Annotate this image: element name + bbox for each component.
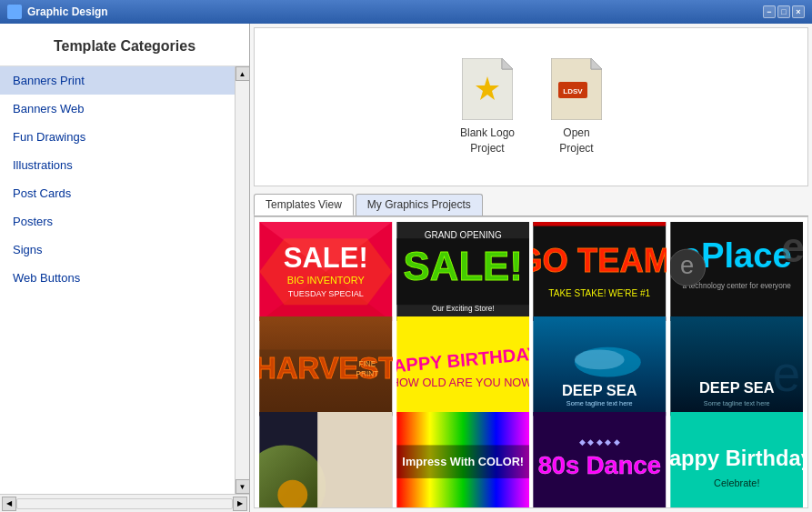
open-project-icon: LDSV: [551, 58, 602, 120]
svg-text:BIG INVENTORY: BIG INVENTORY: [287, 275, 366, 286]
thumbnail-go-team[interactable]: GO TEAM! TAKE STAKE! WE'RE #1: [532, 221, 667, 322]
svg-text:TUESDAY SPECIAL: TUESDAY SPECIAL: [288, 289, 364, 298]
sidebar-title: Template Categories: [0, 24, 249, 66]
right-panel: Blank Logo Project LDSV Open: [250, 24, 812, 512]
thumbnail-impress-color[interactable]: Impress With COLOR!: [396, 411, 531, 507]
svg-text:Some tagline text here: Some tagline text here: [566, 400, 633, 408]
svg-marker-1: [502, 58, 513, 69]
svg-text:e: e: [679, 251, 693, 279]
sidebar-item-posters[interactable]: Posters: [0, 207, 235, 236]
thumbnail-deep-sea1[interactable]: DEEP SEA Some tagline text here: [532, 316, 667, 417]
sidebar: Template Categories ▲ ▼ Banners PrintBan…: [0, 24, 250, 512]
sidebar-bottom-scroll[interactable]: ◀ ▶: [0, 494, 249, 512]
blank-logo-icon: [462, 58, 513, 120]
thumbnail-sale-green[interactable]: SALE! GRAND OPENING Our Exciting Store!: [396, 221, 531, 322]
svg-text:e: e: [781, 225, 803, 271]
svg-rect-22: [533, 222, 666, 226]
scroll-track: [16, 498, 233, 509]
open-project-label: Open Project: [559, 125, 593, 156]
blank-logo-label: Blank Logo Project: [460, 125, 515, 156]
sidebar-scrollbar[interactable]: ▲ ▼: [235, 66, 249, 494]
svg-point-40: [575, 350, 625, 370]
svg-text:Impress With COLOR!: Impress With COLOR!: [402, 455, 524, 468]
svg-text:Celebrate!: Celebrate!: [714, 477, 759, 488]
svg-text:TAKE STAKE! WE'RE #1: TAKE STAKE! WE'RE #1: [548, 288, 650, 298]
scroll-left-arrow[interactable]: ◀: [2, 497, 16, 511]
thumbnail-planet[interactable]: [258, 411, 394, 507]
project-area: Blank Logo Project LDSV Open: [254, 27, 808, 186]
svg-text:e: e: [772, 346, 799, 402]
tabs-area: Templates View My Graphics Projects: [250, 190, 812, 216]
close-button[interactable]: ×: [792, 5, 805, 18]
thumbnail-deep-sea2[interactable]: e DEEP SEA Some tagline text here: [669, 316, 805, 417]
svg-text:GRAND OPENING: GRAND OPENING: [424, 230, 501, 240]
svg-text:SALE!: SALE!: [284, 242, 368, 274]
svg-text:◆ ◆ ◆ ◆ ◆: ◆ ◆ ◆ ◆ ◆: [579, 437, 620, 447]
graphics-grid: SALE! BIG INVENTORY TUESDAY SPECIAL SALE…: [255, 217, 807, 507]
open-project[interactable]: LDSV Open Project: [551, 58, 602, 156]
thumbnail-dance[interactable]: 80s Dance ◆ ◆ ◆ ◆ ◆: [532, 411, 667, 507]
svg-text:PRINT: PRINT: [356, 370, 379, 378]
title-bar-left: Graphic Design: [7, 5, 108, 19]
scroll-down-arrow[interactable]: ▼: [236, 479, 250, 494]
sidebar-item-banners-print[interactable]: Banners Print: [0, 66, 235, 95]
scroll-right-arrow[interactable]: ▶: [233, 497, 247, 511]
svg-text:80s Dance: 80s Dance: [538, 451, 661, 479]
thumbnail-harvest[interactable]: HARVEST FINE PRINT: [258, 316, 394, 417]
svg-rect-49: [317, 412, 392, 507]
thumbnail-happy-birthday2[interactable]: Happy Birthday! Celebrate!: [669, 411, 805, 507]
sidebar-list: ▲ ▼ Banners PrintBanners WebFun Drawings…: [0, 66, 249, 494]
scroll-up-arrow[interactable]: ▲: [236, 66, 250, 81]
title-bar: Graphic Design − □ ×: [0, 0, 812, 24]
main-layout: Template Categories ▲ ▼ Banners PrintBan…: [0, 24, 812, 512]
svg-text:LDSV: LDSV: [563, 87, 583, 95]
svg-text:SALE!: SALE!: [403, 244, 522, 288]
svg-text:Our Exciting Store!: Our Exciting Store!: [431, 305, 494, 313]
sidebar-item-illustrations[interactable]: Illustrations: [0, 151, 235, 179]
thumbnail-sale-pink[interactable]: SALE! BIG INVENTORY TUESDAY SPECIAL: [258, 221, 394, 322]
graphics-panel: SALE! BIG INVENTORY TUESDAY SPECIAL SALE…: [254, 216, 808, 508]
tab-my-graphics[interactable]: My Graphics Projects: [356, 194, 483, 216]
sidebar-item-signs[interactable]: Signs: [0, 236, 235, 264]
sidebar-item-banners-web[interactable]: Banners Web: [0, 95, 235, 123]
svg-text:HOW OLD ARE YOU NOW!: HOW OLD ARE YOU NOW!: [396, 376, 530, 390]
tab-templates-view[interactable]: Templates View: [254, 194, 354, 216]
svg-text:Some tagline text here: Some tagline text here: [703, 399, 769, 407]
svg-text:GO TEAM!: GO TEAM!: [533, 242, 667, 279]
maximize-button[interactable]: □: [777, 5, 790, 18]
svg-text:FINE: FINE: [358, 360, 376, 368]
window-controls: − □ ×: [763, 5, 805, 18]
thumbnail-happy-birthday[interactable]: HAPPY BIRTHDAY! HOW OLD ARE YOU NOW!: [396, 316, 531, 417]
svg-marker-4: [591, 58, 602, 69]
svg-text:a technology center for everyo: a technology center for everyone: [682, 282, 791, 290]
sidebar-item-web-buttons[interactable]: Web Buttons: [0, 264, 235, 292]
svg-text:Happy Birthday!: Happy Birthday!: [670, 447, 804, 470]
sidebar-item-fun-drawings[interactable]: Fun Drawings: [0, 123, 235, 151]
minimize-button[interactable]: −: [763, 5, 776, 18]
thumbnail-eplace[interactable]: ePlace e a technology center for everyon…: [669, 221, 805, 322]
svg-text:DEEP SEA: DEEP SEA: [698, 379, 774, 396]
sidebar-item-post-cards[interactable]: Post Cards: [0, 179, 235, 207]
blank-logo-project[interactable]: Blank Logo Project: [460, 58, 515, 156]
app-icon: [7, 5, 22, 19]
svg-text:HARVEST: HARVEST: [259, 352, 393, 386]
svg-text:DEEP SEA: DEEP SEA: [562, 382, 637, 398]
app-title: Graphic Design: [27, 5, 108, 18]
